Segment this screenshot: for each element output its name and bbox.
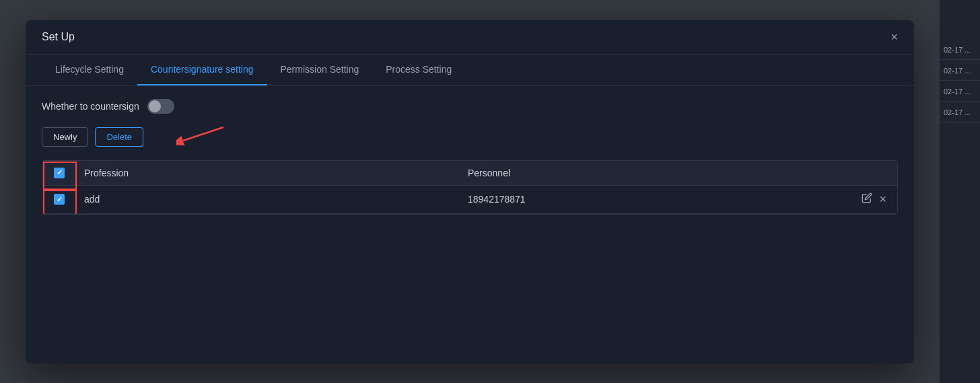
right-panel-item: 02-17 ... [940,103,980,123]
countersign-label: Whether to countersign [42,101,139,112]
row-personnel: 18942178871 [460,194,843,205]
tab-permission[interactable]: Permission Setting [267,55,373,85]
right-panel-item: 02-17 ... [940,82,980,102]
right-panel: 02-17 ... 02-17 ... 02-17 ... 02-17 ... [940,0,980,383]
tab-countersignature[interactable]: Countersignature setting [137,55,267,85]
table-header: Profession Personnel [42,161,897,186]
row-checkbox-cell [42,194,76,205]
setup-modal: Set Up × Lifecycle Setting Countersignat… [26,20,914,363]
modal-title: Set Up [42,31,75,43]
th-actions [843,168,897,178]
right-panel-item: 02-17 ... [940,61,980,81]
tab-process[interactable]: Process Setting [372,55,465,85]
action-row: Newly Delete [42,127,898,147]
modal-header: Set Up × [26,20,914,55]
table-row: add 18942178871 × [42,186,897,214]
row-actions: × [843,193,897,207]
modal-body: Whether to countersign Newly Delete [26,85,914,363]
newly-button[interactable]: Newly [42,127,88,147]
modal-close-button[interactable]: × [890,31,898,43]
row-checkbox[interactable] [54,194,65,205]
row-profession: add [76,194,460,205]
header-checkbox[interactable] [54,168,65,178]
th-personnel: Personnel [460,168,843,178]
delete-row-icon[interactable]: × [879,193,886,207]
tab-bar: Lifecycle Setting Countersignature setti… [26,55,914,85]
svg-line-1 [183,127,223,141]
delete-button[interactable]: Delete [95,127,143,147]
right-panel-item: 02-17 ... [940,40,980,60]
countersign-toggle[interactable] [147,99,174,114]
toggle-row: Whether to countersign [42,99,898,114]
arrow-annotation [176,117,230,151]
th-profession: Profession [76,168,460,178]
th-checkbox [42,168,76,178]
tab-lifecycle[interactable]: Lifecycle Setting [42,55,137,85]
edit-icon[interactable] [862,193,872,206]
data-table: Profession Personnel add 18942178871 [42,160,898,215]
